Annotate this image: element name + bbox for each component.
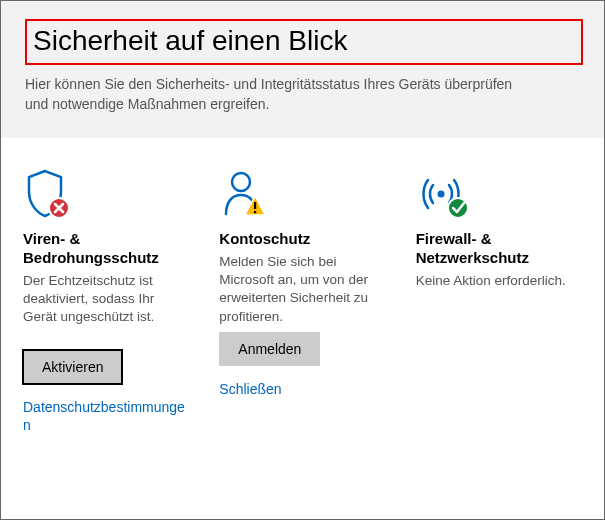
tile-desc: Melden Sie sich bei Microsoft an, um von…: [219, 253, 385, 326]
tile-desc: Der Echtzeitschutz ist deaktiviert, soda…: [23, 272, 189, 344]
page-title: Sicherheit auf einen Blick: [33, 25, 573, 57]
title-annotation-box: Sicherheit auf einen Blick: [25, 19, 583, 65]
close-link[interactable]: Schließen: [219, 380, 385, 398]
header: Sicherheit auf einen Blick Hier können S…: [1, 1, 604, 138]
svg-rect-3: [254, 211, 256, 213]
svg-rect-2: [254, 202, 256, 209]
shield-error-icon: [23, 166, 189, 222]
privacy-link[interactable]: Datenschutzbestimmungen: [23, 398, 189, 434]
svg-point-4: [437, 191, 444, 198]
svg-point-1: [232, 173, 250, 191]
page-subtitle: Hier können Sie den Sicherheits- und Int…: [25, 75, 525, 114]
activate-button[interactable]: Aktivieren: [23, 350, 122, 384]
tile-account-protection[interactable]: Kontoschutz Melden Sie sich bei Microsof…: [219, 166, 385, 434]
signin-button[interactable]: Anmelden: [219, 332, 320, 366]
tile-desc: Keine Aktion erforderlich.: [416, 272, 582, 344]
svg-point-5: [448, 198, 468, 218]
tile-title: Firewall- & Netzwerkschutz: [416, 230, 582, 268]
account-warning-icon: [219, 166, 385, 222]
tile-firewall-protection[interactable]: Firewall- & Netzwerkschutz Keine Aktion …: [416, 166, 582, 434]
tile-virus-protection[interactable]: Viren- & Bedrohungsschutz Der Echtzeitsc…: [23, 166, 189, 434]
broadcast-ok-icon: [416, 166, 582, 222]
tiles-row: Viren- & Bedrohungsschutz Der Echtzeitsc…: [1, 138, 604, 444]
tile-title: Viren- & Bedrohungsschutz: [23, 230, 189, 268]
tile-title: Kontoschutz: [219, 230, 385, 249]
